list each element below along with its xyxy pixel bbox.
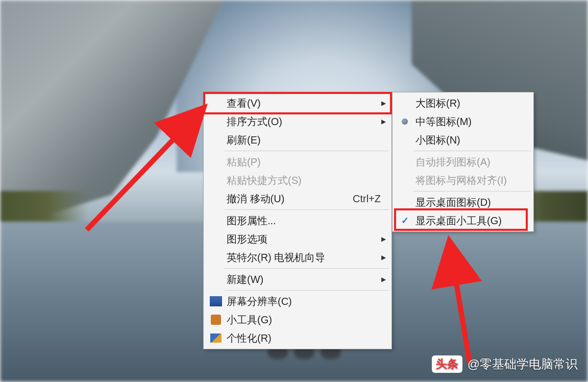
menu-item-gadgets[interactable]: 小工具(G): [205, 311, 390, 329]
menu-separator: [413, 191, 531, 192]
submenu-item-show-desktop-icons[interactable]: 显示桌面图标(D): [394, 193, 532, 211]
menu-separator: [225, 290, 389, 291]
radio-selected-icon: [397, 114, 412, 129]
menu-label: 大图标(R): [415, 97, 523, 110]
menu-separator: [225, 151, 389, 151]
menu-label: 新建(W): [227, 273, 381, 286]
submenu-item-medium-icons[interactable]: 中等图标(M): [394, 112, 532, 131]
menu-item-undo[interactable]: 撤消 移动(U) Ctrl+Z: [205, 189, 390, 208]
menu-item-new[interactable]: 新建(W) ▶: [205, 270, 390, 289]
menu-item-personalize[interactable]: 个性化(R): [205, 329, 390, 347]
menu-label: 查看(V): [227, 97, 381, 110]
blank-icon: [208, 133, 224, 147]
blank-icon: [208, 114, 224, 129]
blank-icon: [208, 213, 224, 228]
menu-label: 将图标与网格对齐(I): [415, 174, 523, 187]
submenu-arrow-icon: ▶: [381, 235, 386, 243]
menu-label: 粘贴(P): [227, 155, 381, 169]
blank-icon: [208, 96, 224, 110]
menu-separator: [413, 151, 531, 151]
watermark-badge: 头条: [432, 355, 462, 373]
submenu-arrow-icon: ▶: [381, 118, 386, 125]
menu-label: 图形选项: [227, 232, 381, 246]
menu-label: 排序方式(O): [227, 115, 381, 129]
menu-item-sort[interactable]: 排序方式(O) ▶: [205, 112, 390, 131]
submenu-item-small-icons[interactable]: 小图标(N): [394, 131, 532, 149]
annotation-arrow-1: [77, 92, 219, 235]
menu-item-view[interactable]: 查看(V) ▶: [205, 94, 390, 112]
submenu-arrow-icon: ▶: [381, 254, 386, 261]
annotation-arrow-2: [424, 230, 495, 373]
menu-label: 中等图标(M): [415, 115, 523, 129]
submenu-item-large-icons[interactable]: 大图标(R): [394, 94, 532, 112]
menu-label: 小工具(G): [227, 313, 381, 327]
menu-item-refresh[interactable]: 刷新(E): [205, 131, 390, 149]
menu-label: 显示桌面图标(D): [415, 196, 523, 209]
menu-label: 自动排列图标(A): [415, 155, 523, 169]
menu-label: 显示桌面小工具(G): [415, 214, 523, 228]
menu-item-paste: 粘贴(P): [205, 153, 390, 171]
blank-icon: [208, 232, 224, 246]
menu-label: 撤消 移动(U): [227, 192, 332, 206]
watermark: 头条 @零基础学电脑常识: [432, 355, 578, 373]
blank-icon: [397, 173, 412, 187]
view-submenu: 大图标(R) 中等图标(M) 小图标(N) 自动排列图标(A) 将图标与网格对齐…: [392, 92, 534, 232]
menu-item-paste-shortcut: 粘贴快捷方式(S): [205, 171, 390, 189]
svg-line-1: [449, 240, 470, 363]
blank-icon: [208, 155, 224, 169]
submenu-item-auto-arrange[interactable]: 自动排列图标(A): [394, 153, 532, 171]
blank-icon: [397, 155, 412, 169]
personalize-icon: [208, 331, 224, 345]
menu-label: 英特尔(R) 电视机向导: [227, 251, 381, 265]
desktop-context-menu: 查看(V) ▶ 排序方式(O) ▶ 刷新(E) 粘贴(P) 粘贴快捷方式(S) …: [203, 92, 392, 349]
menu-shortcut: Ctrl+Z: [353, 193, 381, 205]
blank-icon: [208, 250, 224, 265]
svg-line-0: [87, 107, 204, 230]
blank-icon: [397, 195, 412, 209]
submenu-arrow-icon: ▶: [381, 276, 386, 283]
menu-separator: [225, 209, 389, 210]
blank-icon: [397, 133, 412, 147]
blank-icon: [208, 173, 224, 187]
submenu-arrow-icon: ▶: [381, 100, 386, 107]
menu-item-screen-resolution[interactable]: 屏幕分辨率(C): [205, 292, 390, 311]
watermark-text: @零基础学电脑常识: [468, 356, 578, 372]
menu-separator: [225, 268, 389, 269]
menu-label: 屏幕分辨率(C): [227, 295, 381, 308]
blank-icon: [208, 192, 224, 206]
menu-label: 粘贴快捷方式(S): [227, 174, 381, 187]
menu-label: 图形属性...: [227, 214, 381, 228]
check-icon: ✓: [397, 213, 412, 228]
submenu-item-show-gadgets[interactable]: ✓ 显示桌面小工具(G): [394, 211, 532, 230]
blank-icon: [208, 272, 224, 286]
gadget-icon: [208, 313, 224, 327]
menu-item-graphics-properties[interactable]: 图形属性...: [205, 211, 390, 230]
menu-label: 小图标(N): [415, 133, 523, 147]
menu-item-intel-tv[interactable]: 英特尔(R) 电视机向导 ▶: [205, 248, 390, 267]
submenu-item-align-grid[interactable]: 将图标与网格对齐(I): [394, 171, 532, 189]
menu-label: 个性化(R): [227, 331, 381, 345]
monitor-icon: [208, 294, 224, 308]
menu-label: 刷新(E): [227, 133, 381, 147]
menu-item-graphics-options[interactable]: 图形选项 ▶: [205, 230, 390, 248]
blank-icon: [397, 96, 412, 110]
